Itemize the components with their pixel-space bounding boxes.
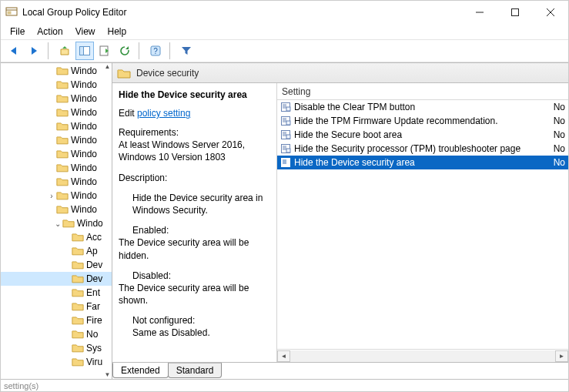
setting-label: Hide the TPM Firmware Update recommendat… <box>294 116 498 126</box>
svg-rect-4 <box>512 9 519 16</box>
expand-icon[interactable]: › <box>47 192 56 200</box>
close-button[interactable] <box>533 1 568 24</box>
column-header-setting[interactable]: Setting <box>277 83 568 100</box>
tree-item[interactable]: Viru <box>1 355 112 369</box>
tree-item[interactable]: Windo <box>1 175 112 189</box>
setting-row[interactable]: Hide the Secure boot areaNo <box>277 128 568 142</box>
setting-row[interactable]: Hide the TPM Firmware Update recommendat… <box>277 114 568 128</box>
tree-item-label: Acc <box>86 232 102 243</box>
tree-item[interactable]: Ent <box>1 286 112 300</box>
menu-help[interactable]: Help <box>102 25 133 39</box>
setting-state: No <box>554 116 568 126</box>
selected-policy-title: Hide the Device security area <box>119 89 270 100</box>
menu-view[interactable]: View <box>69 25 102 39</box>
tree-item[interactable]: Windo <box>1 203 112 216</box>
tree-item-label: Windo <box>71 204 97 215</box>
folder-icon <box>72 273 84 284</box>
settings-list[interactable]: Disable the Clear TPM buttonNoHide the T… <box>277 100 568 349</box>
setting-label: Hide the Security processor (TPM) troubl… <box>294 143 520 154</box>
notconfig-text: Same as Disabled. <box>119 327 270 339</box>
tree-item[interactable]: ›Windo <box>1 189 112 203</box>
tree-item-label: Windo <box>71 121 97 132</box>
tree-item[interactable]: Windo <box>1 106 112 119</box>
export-button[interactable] <box>95 42 114 60</box>
setting-state: No <box>554 143 568 154</box>
tab-standard[interactable]: Standard <box>168 363 223 378</box>
scroll-down-icon[interactable]: ▼ <box>105 372 111 378</box>
menu-action[interactable]: Action <box>31 25 69 39</box>
collapse-icon[interactable]: ⌄ <box>53 219 62 228</box>
horizontal-scrollbar[interactable]: ◄ ► <box>277 349 568 362</box>
tree-item-label: Windo <box>71 65 97 76</box>
up-button[interactable] <box>55 42 74 60</box>
status-bar: setting(s) <box>1 379 568 391</box>
tree-item[interactable]: ⌄Windo <box>1 216 112 230</box>
tree-item[interactable]: Fire <box>1 313 112 327</box>
forward-button[interactable] <box>25 42 43 60</box>
folder-icon <box>56 93 69 104</box>
policy-icon <box>280 129 291 140</box>
scroll-up-icon[interactable]: ▲ <box>105 64 111 70</box>
tree-item[interactable]: Acc <box>1 230 112 244</box>
show-tree-button[interactable] <box>75 42 94 60</box>
svg-rect-21 <box>286 121 290 125</box>
tree-scrollbar[interactable]: ▲ ▼ <box>103 63 112 379</box>
setting-label: Hide the Secure boot area <box>294 129 402 140</box>
svg-rect-31 <box>286 149 290 152</box>
tree-item[interactable]: Windo <box>1 119 112 133</box>
header-bar: Device security <box>112 63 568 83</box>
folder-icon <box>56 79 69 90</box>
refresh-button[interactable] <box>115 42 134 60</box>
tree-item-label: Windo <box>71 93 97 104</box>
enabled-label: Enabled: <box>119 224 270 236</box>
tree-pane[interactable]: WindoWindoWindoWindoWindoWindoWindoWindo… <box>1 63 112 379</box>
folder-icon <box>72 260 84 270</box>
filter-button[interactable] <box>177 42 196 60</box>
tree-item[interactable]: Windo <box>1 147 112 161</box>
folder-icon <box>56 65 69 76</box>
folder-icon <box>62 218 75 229</box>
content-split: Hide the Device security area Edit polic… <box>112 83 568 362</box>
scroll-left-icon[interactable]: ◄ <box>277 350 290 362</box>
setting-row[interactable]: Hide the Device security areaNo <box>277 156 568 169</box>
tree-item[interactable]: Windo <box>1 78 112 92</box>
folder-icon <box>56 107 69 118</box>
requirements-text: At least Windows Server 2016, Windows 10… <box>119 139 270 163</box>
right-pane: Device security Hide the Device security… <box>112 63 568 379</box>
tab-extended[interactable]: Extended <box>112 363 169 378</box>
tree-item[interactable]: Windo <box>1 133 112 147</box>
tree-item[interactable]: Dev <box>1 272 112 286</box>
menu-file[interactable]: File <box>4 25 31 39</box>
folder-icon <box>72 343 84 353</box>
tree-item-label: Fire <box>86 315 102 326</box>
policy-icon <box>280 143 291 154</box>
setting-row[interactable]: Hide the Security processor (TPM) troubl… <box>277 142 568 156</box>
policy-setting-link[interactable]: policy setting <box>137 108 190 119</box>
folder-icon <box>72 329 84 340</box>
tree-item-label: Ent <box>86 287 100 298</box>
tree-item[interactable]: Ap <box>1 244 112 258</box>
help-button[interactable]: ? <box>146 42 165 60</box>
svg-rect-32 <box>282 159 290 167</box>
tree-item[interactable]: Dev <box>1 258 112 272</box>
tree-item[interactable]: Sys <box>1 341 112 355</box>
tree-item[interactable]: No <box>1 327 112 341</box>
tree-item[interactable]: Windo <box>1 161 112 175</box>
tree-item[interactable]: Windo <box>1 92 112 106</box>
back-button[interactable] <box>5 42 23 60</box>
tree-item-label: Windo <box>71 149 97 159</box>
maximize-button[interactable] <box>497 1 533 24</box>
folder-icon <box>56 121 69 132</box>
minimize-button[interactable] <box>462 1 497 24</box>
svg-rect-26 <box>286 135 290 139</box>
app-icon <box>5 6 18 18</box>
tree-item[interactable]: Far <box>1 300 112 313</box>
window-title: Local Group Policy Editor <box>22 7 126 18</box>
setting-row[interactable]: Disable the Clear TPM buttonNo <box>277 100 568 114</box>
description-pane: Hide the Device security area Edit polic… <box>112 83 277 362</box>
scroll-right-icon[interactable]: ► <box>555 350 568 362</box>
folder-icon <box>72 357 84 367</box>
tree-item[interactable]: Windo <box>1 64 112 78</box>
folder-icon <box>117 68 129 79</box>
tree-item-label: Windo <box>71 190 97 201</box>
